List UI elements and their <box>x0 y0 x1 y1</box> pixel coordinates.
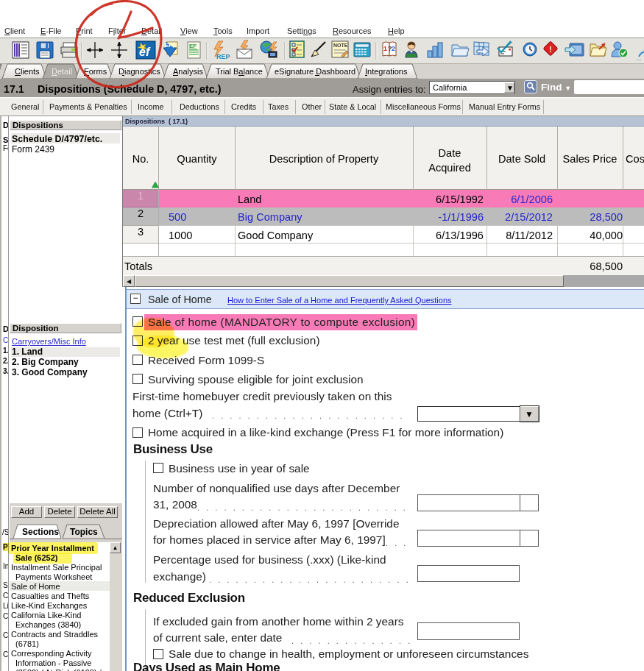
svg-text:Sections: Sections <box>22 527 59 537</box>
svg-text:REP: REP <box>216 53 230 60</box>
svg-text:NOTE: NOTE <box>333 43 348 48</box>
svg-text:Detail: Detail <box>52 67 72 76</box>
svg-text:Diagnostics: Diagnostics <box>118 67 160 76</box>
svg-text:Clients: Clients <box>15 67 40 76</box>
svg-text:Integrations: Integrations <box>365 67 408 76</box>
svg-text:...: ... <box>636 54 642 62</box>
svg-text:!: ! <box>549 45 552 54</box>
svg-text:Topics: Topics <box>70 527 98 537</box>
svg-text:eSignature Dashboard: eSignature Dashboard <box>275 67 355 76</box>
svg-text:EF: EF <box>189 43 197 49</box>
svg-text:2: 2 <box>392 45 395 52</box>
svg-text:EF: EF <box>165 42 172 49</box>
svg-text:ef: ef <box>139 46 151 58</box>
svg-text:Forms: Forms <box>84 67 107 76</box>
svg-text:Trial Balance: Trial Balance <box>216 67 263 76</box>
svg-text:Analysis: Analysis <box>173 67 203 76</box>
svg-text:1: 1 <box>383 45 387 52</box>
